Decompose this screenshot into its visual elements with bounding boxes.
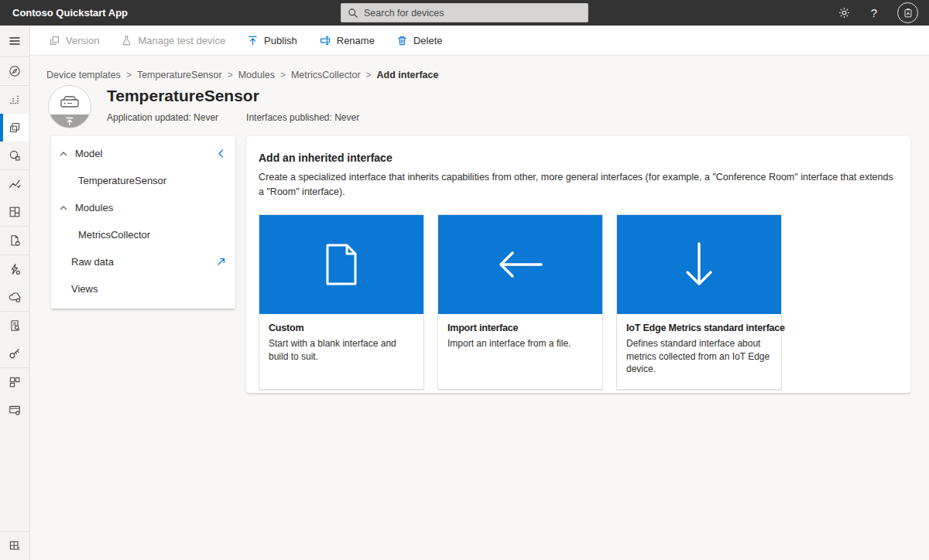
iot-device-icon [58,93,81,110]
breadcrumb-modules[interactable]: Modules [238,70,275,80]
audit-logs-icon [8,319,22,333]
tree-label-metricscollector: MetricsCollector [78,229,150,241]
publish-up-arrow-icon [247,35,259,46]
tree-item-temperaturesensor[interactable]: TemperatureSensor [51,167,235,194]
publish-up-arrow-icon [49,114,91,128]
blank-document-icon [325,244,358,285]
collapse-panel-icon[interactable] [216,149,226,159]
search-input[interactable] [364,8,581,19]
tree-label-modules: Modules [75,202,113,213]
rename-button[interactable]: Rename [319,35,375,46]
menu-icon [8,34,22,48]
page-header: TemperatureSensor Application updated: N… [48,85,359,128]
arrow-left-icon [496,249,544,280]
topbar-actions: ? [838,2,929,23]
card-title: Custom [269,323,414,333]
nav-item-application[interactable] [0,396,29,424]
card-title: IoT Edge Metrics standard interface [626,323,772,333]
card-body: Custom Start with a blank interface and … [259,314,423,372]
rename-icon [319,35,331,46]
tree-label-model: Model [75,148,102,159]
interface-cards: Custom Start with a blank interface and … [259,214,898,390]
panel-description: Create a specialized interface that inhe… [259,170,895,200]
customization-layout-icon [8,375,22,389]
card-import-interface[interactable]: Import interface Import an interface fro… [437,214,603,390]
nav-spacer [0,424,29,531]
tree-item-raw-data[interactable]: Raw data [51,248,235,275]
delete-trash-icon [396,35,408,46]
permissions-key-icon [8,347,22,360]
settings-gear-icon[interactable] [838,6,851,19]
breadcrumb-separator: > [228,70,233,80]
search-box[interactable] [341,3,588,22]
nav-item-jobs[interactable] [0,227,29,254]
nav-item-rules[interactable] [0,255,29,283]
get-started-compass-icon [8,64,22,78]
delete-button[interactable]: Delete [396,35,443,46]
tree-item-metricscollector[interactable]: MetricsCollector [51,221,235,248]
jobs-document-icon [8,234,22,248]
template-avatar [48,85,91,128]
device-groups-icon [8,149,22,162]
nav-item-audit-logs[interactable] [0,312,29,340]
tree-section-modules[interactable]: Modules [51,194,235,221]
publish-label: Publish [264,35,297,46]
nav-item-permissions[interactable] [0,340,29,367]
panel-title: Add an inherited interface [259,152,898,164]
chevron-up-icon[interactable] [59,203,68,213]
data-export-cloud-icon [8,290,22,304]
nav-rail [0,26,30,560]
breadcrumb-separator: > [280,70,286,80]
test-device-flask-icon [121,35,132,46]
card-body: IoT Edge Metrics standard interface Defi… [617,314,781,384]
devices-icon [8,93,22,107]
version-label: Version [66,35,99,46]
account-avatar-icon[interactable] [897,2,918,23]
card-description: Start with a blank interface and build t… [269,337,414,364]
app-title[interactable]: Contoso Quickstart App [0,7,128,19]
add-interface-panel: Add an inherited interface Create a spec… [246,136,910,393]
version-button[interactable]: Version [49,35,99,46]
breadcrumb-separator: > [366,70,372,80]
topbar: Contoso Quickstart App ? [0,0,929,26]
rename-label: Rename [337,35,375,46]
dashboards-icon [8,205,22,219]
tree-section-model[interactable]: Model [51,140,235,167]
nav-menu-toggle[interactable] [0,26,29,56]
nav-item-data-export[interactable] [0,283,29,311]
help-icon[interactable]: ? [871,6,877,19]
breadcrumb: Device templates > TemperatureSensor > M… [46,70,438,80]
nav-item-get-started[interactable] [0,57,29,85]
nav-item-device-groups[interactable] [0,142,29,169]
card-image [259,215,423,314]
breadcrumb-metricscollector[interactable]: MetricsCollector [291,70,361,80]
nav-item-devices[interactable] [0,86,29,114]
card-description: Import an interface from a file. [447,337,593,350]
device-templates-icon [8,121,22,135]
nav-item-device-templates[interactable] [0,114,29,142]
manage-test-device-button[interactable]: Manage test device [121,35,225,46]
tree-label-views: Views [71,283,98,295]
card-iot-edge-metrics-interface[interactable]: IoT Edge Metrics standard interface Defi… [616,214,782,390]
nav-item-my-apps[interactable] [0,532,29,560]
page-title: TemperatureSensor [107,87,359,105]
publish-button[interactable]: Publish [247,35,297,46]
nav-item-customization[interactable] [0,368,29,396]
card-custom-interface[interactable]: Custom Start with a blank interface and … [259,214,424,390]
chevron-up-icon[interactable] [59,149,68,159]
manage-test-device-label: Manage test device [138,35,225,46]
card-description: Defines standard interface about metrics… [626,337,772,376]
card-image [617,215,781,314]
application-updated-status: Application updated: Never [107,112,218,123]
breadcrumb-temperaturesensor[interactable]: TemperatureSensor [137,70,222,80]
nav-item-dashboards[interactable] [0,198,29,226]
page-header-text: TemperatureSensor Application updated: N… [107,85,359,128]
tree-label-raw-data: Raw data [71,256,114,268]
tree-item-views[interactable]: Views [51,275,235,302]
open-diagonal-arrow-icon[interactable] [216,257,226,267]
nav-item-analytics[interactable] [0,170,29,198]
card-image [438,215,602,314]
card-title: Import interface [447,323,593,333]
breadcrumb-device-templates[interactable]: Device templates [46,70,121,80]
page-meta: Application updated: Never Interfaces pu… [107,112,359,123]
